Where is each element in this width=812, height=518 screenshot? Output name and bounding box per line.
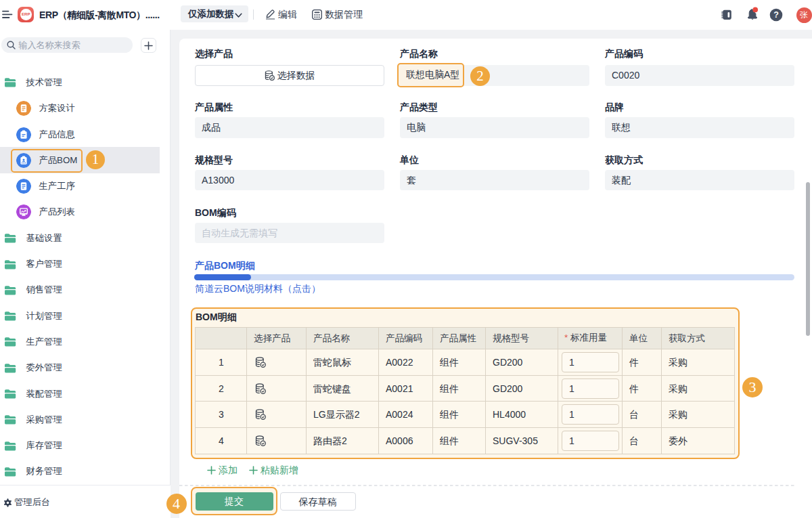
svg-text:?: ? bbox=[773, 10, 779, 20]
